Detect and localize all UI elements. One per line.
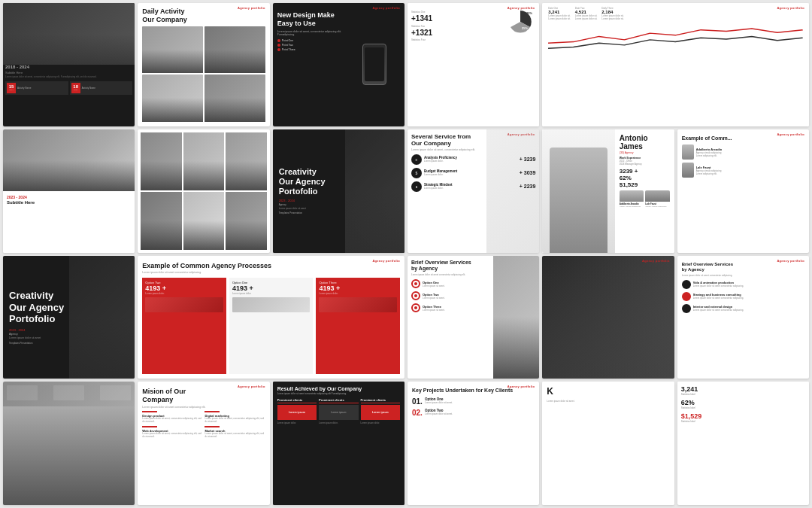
s7-photo-5 [183,192,224,250]
s11-avatar1 [682,144,694,160]
slide-20[interactable]: Agency portfolio Key Projects Undertaken… [408,382,539,505]
slide-21[interactable]: K Lorem ipsum dolor sit amet. [542,382,674,505]
s3-point1: Point One [277,39,345,42]
slide-22[interactable]: 3,241 Statistics label 62% Statistics la… [677,382,809,505]
s10-agency-val: 2024 Manager Agency [620,163,670,166]
slide-16[interactable]: Agency portfolio Brief Overview Services… [677,256,809,379]
s16-service1: Vida & animation production Lorem ipsum … [682,280,804,289]
s22-stat2: 62% Statistics label [681,399,805,409]
s10-silhouette [550,148,607,252]
s12-year: 2023 - 2024 [9,328,129,332]
slide-4[interactable]: Agency portfolio Statistics One +1341 St… [408,3,539,126]
s13-title: Example of Common Agency Processes [142,262,400,270]
s18-red-line3 [142,426,157,427]
s5-metric1: Date One 3,241 Lorem ipsum dolor sit. Lo… [548,7,571,20]
slide-13[interactable]: Agency portfolio Example of Common Agenc… [138,256,404,379]
s20-title: Key Projects Undertaken for Key Clients [412,388,535,394]
s14-dot1 [414,282,417,285]
s3-phone [362,44,386,85]
s20-item1: 01. Option One Lorem ipsum dolor sit ame… [412,397,535,406]
slide-7[interactable]: Agency portfolio [138,129,269,253]
s14-dot3 [414,306,417,309]
slide-8[interactable]: Creativity Our Agency Portofolio 2023 - … [273,129,404,253]
s14-dot2 [414,294,417,297]
s10-role: (30) Agency [620,151,670,154]
s5-metric3: Daily Three 2,184 Lorem ipsum dolor sit.… [601,7,624,20]
s20-num1: 01. [412,397,423,406]
s1-card2-year: 2024 [74,89,78,91]
s13-opt1: Option Two 4193 + Lorem ipsum dolor. [142,278,226,374]
svg-text:25%: 25% [522,26,528,30]
slide-6[interactable]: Agency portfolio 2023 - 2024 Subtitle He… [3,129,135,253]
s10-person1: Adalberto Arcadio Agency simula adipisci… [620,190,644,208]
s14-opt1: Option One Lorem ipsum sit amet. [411,279,489,288]
s1-year: 2018 - 2024 [5,65,132,69]
slide-18[interactable]: Agency portfolio Mision of OurCompany Lo… [138,382,269,505]
s19-col1: Prominent clients Lorem ipsum Lorem ipsu… [277,398,317,424]
s20-item2: 02. Option Two Lorem ipsum dolor sit ame… [412,409,535,417]
s13-sub: Lorem ipsum dolor sit amet consectetur a… [142,271,400,274]
slide-3[interactable]: Agency portfolio New Design Make Easy to… [273,3,404,126]
s2-photo-3 [142,75,203,122]
slide-2[interactable]: Agency portfolio Daily ActivityOur Compa… [138,3,269,126]
s16-title: Brief Overview Servicesby Agency [682,262,804,272]
s16-icon3 [682,304,691,313]
s5-metric2: Date Two 4,521 Lorem ipsum dolor sit. Lo… [575,7,598,20]
slide-5[interactable]: Agency portfolio Date One 3,241 Lorem ip… [542,3,809,126]
slide-17[interactable] [3,382,135,505]
s5-line-chart [548,23,803,61]
s7-photo-1 [141,132,181,190]
s3-dot2 [277,44,280,47]
s20-num2: 02. [412,409,423,417]
s3-dot3 [277,48,280,51]
s18-red-line2 [205,411,220,412]
s12-template: Templates Presentation [9,342,129,345]
s13-options: Option Two 4193 + Lorem ipsum dolor. Opt… [142,278,400,374]
s9-icon3: ♦ [411,181,422,192]
s10-person2-img [645,190,669,202]
s16-service3: Interior and external design Lorem ipsum… [682,304,804,313]
slide-11[interactable]: Agency portfolio Example of Comm... Adal… [677,129,809,253]
slide-19[interactable]: Result Achieved by Our Company Lorem ips… [273,382,404,505]
s1-desc: Lorem ipsum dolor sit amet, consectetur … [5,76,132,79]
s11-item2: Lale Faust Agency simula adipiscing Lore… [682,163,804,178]
s21-partial-title: K [547,386,669,397]
s9-service1: ≡ Analysis Proficiency Lorem ipsum dolor… [411,154,535,165]
s22-stat3: $1,529 Statistics label [681,412,805,423]
s16-service2: Strategy and business consulting Lorem i… [682,292,804,301]
s3-point3: Point Three [277,48,345,51]
s8-desc: Lorem ipsum dolor sit amet [279,207,398,210]
s11-item1: Adalberto Arcadio Agency simula adipisci… [682,144,804,160]
s19-col2: Prominent clients Lorem ipsum Lorem ipsu… [319,398,358,424]
s16-icon1 [682,280,691,289]
s18-item4: Market search Lorem ipsum dolor sit amet… [205,426,265,439]
s8-template: Templates Presentation [279,211,398,214]
s19-cols: Prominent clients Lorem ipsum Lorem ipsu… [277,398,400,424]
slide-1[interactable]: 2018 - 2024 Subtitle Here Lorem ipsum do… [3,3,135,126]
s9-service3: ♦ Strategic Mindset Lorem ipsum dolor. +… [411,181,535,192]
slide-15[interactable]: Agency portfolio [542,256,674,379]
s2-photo-4 [205,75,265,122]
s10-stat1: 3239 + [620,168,670,175]
slide-10[interactable]: AntonioJames (30) Agency Work Experience… [542,129,674,253]
slide-9[interactable]: Agency portfolio Several Service fromOur… [408,129,539,253]
s10-person2: Lale Faust Agency simula adipiscing [645,190,669,208]
s19-red-block1: Lorem ipsum [277,405,317,420]
slide-12[interactable]: Creativity Our Agency Portofolio 2023 - … [3,256,135,379]
s9-service2: $ Budget Management Lorem ipsum dolor. +… [411,168,535,178]
s9-icon2: $ [411,168,422,178]
s10-person-image [542,129,614,253]
s19-line1 [277,403,317,403]
slide-14[interactable]: Agency portfolio Brief Overview Services… [408,256,539,379]
s19-line3 [361,403,400,403]
s18-sub: Lorem ipsum dolor sit amet consectetur a… [142,406,265,409]
s3-dot1 [277,39,280,42]
s14-sub: Lorem ipsum dolor sit amet consectetur a… [411,273,489,276]
s16-icon2 [682,292,691,301]
s12-sub: Agency [9,333,129,336]
s12-title: Creativity Our Agency Portofolio [9,290,129,325]
s6-subtitle: Subtitle Here [7,200,131,205]
s7-photo-4 [141,192,181,250]
s13-opt3: Option Three 4193 + Lorem ipsum dolor. [316,278,400,374]
s14-title: Brief Overview Servicesby Agency [411,260,489,272]
